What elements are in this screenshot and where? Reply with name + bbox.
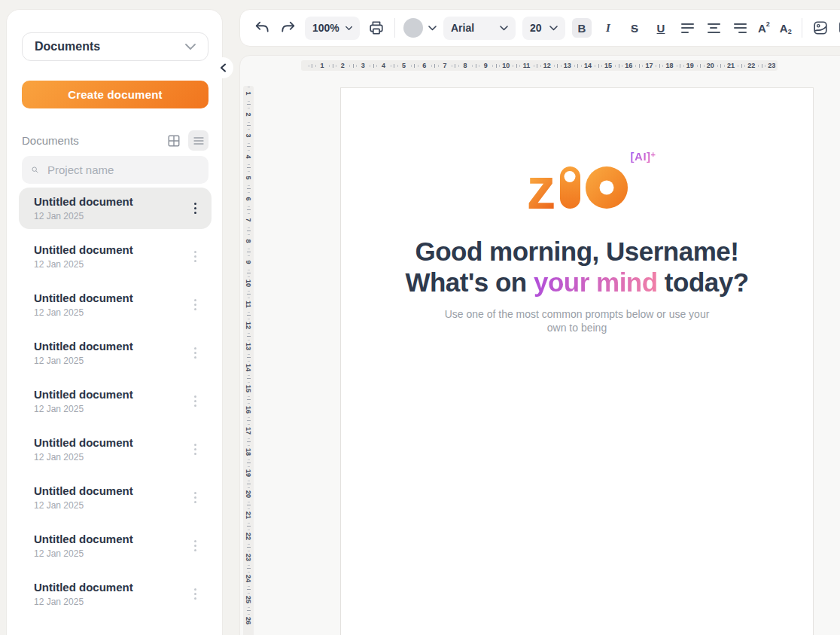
grid-view-icon [167,134,181,148]
document-list-item[interactable]: Untitled document 12 Jan 2025 [19,380,212,422]
ruler-tick [248,544,250,545]
bold-button[interactable]: B [572,18,592,38]
document-date: 12 Jan 2025 [34,500,133,511]
document-menu-button[interactable] [190,295,202,316]
document-title: Untitled document [34,436,133,449]
greeting-heading: Good morning, Username! What's on your m… [405,236,748,298]
ruler-tick [697,65,698,67]
chevron-down-icon [345,26,352,31]
document-menu-button[interactable] [190,584,202,605]
align-center-button[interactable] [704,18,723,38]
ruler-tick [247,441,251,442]
kebab-dot [194,304,197,307]
document-menu-button[interactable] [190,198,202,219]
redo-button[interactable] [278,18,298,38]
ruler-tick [452,65,452,67]
subscript-button[interactable]: A2 [778,22,793,35]
document-meta: Untitled document 12 Jan 2025 [34,581,133,607]
ruler-tick [248,607,250,608]
workspace-select-label: Documents [35,40,100,53]
document-meta: Untitled document 12 Jan 2025 [34,388,133,414]
kebab-dot [194,308,197,311]
ruler-tick [247,505,251,505]
ruler-number: 18 [245,448,252,456]
align-left-icon [681,23,694,33]
ruler-number: 19 [245,469,252,477]
kebab-dot [194,255,197,258]
ruler-number: 22 [747,62,755,69]
ruler-tick [577,64,578,68]
ruler-tick [622,65,622,67]
document-menu-button[interactable] [190,487,202,508]
vertical-ruler[interactable]: 1234567891011121314151617181920212223242… [243,86,254,635]
font-size-select[interactable]: 20 [522,17,565,40]
document-list-item[interactable]: Untitled document 12 Jan 2025 [19,525,212,566]
document-list-item[interactable]: Untitled document 12 Jan 2025 [19,188,212,229]
ruler-tick [353,64,354,68]
ruler-number: 11 [245,301,252,308]
create-document-button[interactable]: Create document [22,81,208,108]
ruler-number: 17 [245,427,252,435]
font-select[interactable]: Arial [443,17,516,40]
ruler-tick [391,65,391,67]
ruler-tick [394,64,394,68]
horizontal-ruler[interactable]: 1234567891011121314151617181920212223 [301,60,778,71]
list-view-icon [192,134,205,148]
underline-button[interactable]: U [651,18,671,38]
document-menu-button[interactable] [190,536,202,557]
zoom-value: 100% [312,22,339,34]
document-list-item[interactable]: Untitled document 12 Jan 2025 [19,573,212,615]
editor-canvas: 1234567891011121314151617181920212223 12… [239,55,840,635]
document-menu-button[interactable] [190,391,202,412]
document-list-item[interactable]: Untitled document 12 Jan 2025 [19,429,212,470]
ruler-tick [376,65,377,67]
insert-image-button[interactable] [811,18,830,38]
ruler-tick [248,333,250,334]
print-button[interactable] [367,18,386,38]
ruler-tick [248,424,250,425]
document-menu-button[interactable] [190,343,202,364]
ruler-number: 12 [245,322,252,329]
ruler-tick [247,399,251,400]
logo-letter-z: z [527,168,555,209]
zoom-select[interactable]: 100% [305,17,360,40]
strikethrough-button[interactable]: S [625,18,644,38]
list-view-button[interactable] [188,130,208,151]
ruler-tick [458,65,459,67]
document-meta: Untitled document 12 Jan 2025 [34,340,133,366]
document-menu-button[interactable] [190,246,202,267]
ruler-tick [370,65,370,67]
document-date: 12 Jan 2025 [34,356,133,366]
insert-table-button[interactable] [837,18,840,38]
ruler-tick [248,234,250,235]
document-menu-button[interactable] [190,439,202,460]
align-left-button[interactable] [677,18,697,38]
ruler-number: 20 [707,62,714,69]
text-color-button[interactable] [403,18,437,38]
document-list-item[interactable]: Untitled document 12 Jan 2025 [19,236,212,277]
document-title: Untitled document [34,243,133,256]
sidebar-collapse-button[interactable] [212,57,233,78]
document-list-item[interactable]: Untitled document 12 Jan 2025 [19,284,212,325]
document-title: Untitled document [34,388,133,401]
document-list-item[interactable]: Untitled document 12 Jan 2025 [19,332,212,374]
kebab-dot [194,453,197,456]
italic-button[interactable]: I [598,18,618,38]
search-input[interactable] [46,163,199,177]
ruler-number: 21 [727,62,735,69]
ruler-number: 20 [245,490,252,498]
kebab-dot [194,496,197,499]
grid-view-button[interactable] [163,130,184,151]
ruler-tick [472,65,473,67]
ruler-number: 26 [245,617,252,624]
kebab-dot [194,207,197,210]
align-right-button[interactable] [730,18,750,38]
undo-button[interactable] [252,18,272,38]
document-page[interactable]: z [AI]+ Good morning, Username! What's o… [340,87,814,635]
workspace-select[interactable]: Documents [22,32,208,61]
ruler-tick [248,298,250,298]
superscript-button[interactable]: A2 [756,22,772,35]
ruler-number: 10 [502,62,510,69]
document-list-item[interactable]: Untitled document 12 Jan 2025 [19,477,212,518]
toolbar-divider [802,18,802,38]
